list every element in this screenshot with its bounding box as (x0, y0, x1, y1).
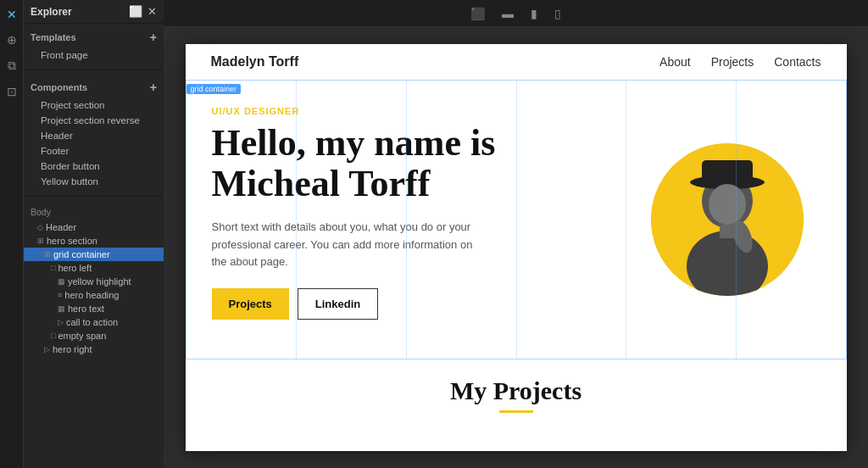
sidebar-item-yellow-button[interactable]: Yellow button (24, 174, 164, 189)
preview-nav: Madelyn Torff About Projects Contacts (186, 44, 847, 80)
svg-point-6 (709, 184, 746, 225)
tablet-portrait-icon[interactable]: ▮ (531, 7, 537, 20)
tablet-landscape-icon[interactable]: ▬ (502, 7, 514, 20)
block-icon: ▦ (58, 277, 65, 286)
monitor-icon[interactable]: ⬛ (470, 7, 485, 20)
tree-label: yellow highlight (68, 276, 131, 287)
website-preview: Madelyn Torff About Projects Contacts gr… (186, 44, 847, 451)
components-label: Components (31, 82, 87, 92)
cta-buttons: Projects Linkedin (212, 288, 617, 320)
tree-label: hero text (68, 304, 104, 314)
layers-icon[interactable]: ⧉ (5, 56, 19, 75)
tree-label: hero section (47, 236, 97, 246)
ui-ux-label: UI/UX DESIGNER (212, 106, 617, 116)
expand-icon: ▷ (44, 345, 50, 354)
tree-item-hero-left[interactable]: □ hero left (24, 261, 164, 275)
label: Project section (41, 100, 104, 110)
tree-item-hero-section[interactable]: ⊞ hero section (24, 234, 164, 248)
nav-link-projects[interactable]: Projects (711, 55, 754, 69)
hero-text: Short text with details about you, what … (212, 219, 483, 271)
sidebar-item-footer[interactable]: Footer (24, 143, 164, 159)
grid-icon: ⊞ (37, 237, 44, 245)
diamond-icon: ◇ (37, 223, 43, 231)
hero-right (634, 106, 821, 333)
tree-item-call-to-action[interactable]: ▷ call to action (24, 315, 164, 329)
grid-badge-wrapper: grid container (186, 80, 242, 98)
sidebar-divider-2 (24, 196, 164, 197)
mobile-icon[interactable]: ▯ (554, 7, 561, 20)
templates-header[interactable]: Templates + (24, 27, 164, 47)
sidebar-item-project-section-reverse[interactable]: Project section reverse (24, 113, 164, 128)
svg-rect-3 (702, 160, 753, 184)
nav-link-contacts[interactable]: Contacts (774, 55, 821, 69)
my-projects-title: My Projects (211, 376, 821, 405)
components-add-icon[interactable]: + (150, 81, 157, 94)
settings-icon[interactable]: ⊡ (4, 82, 19, 101)
templates-add-icon[interactable]: + (150, 31, 157, 44)
components-section: Components + Project section Project sec… (24, 74, 164, 192)
grid-icon-active: ⊞ (44, 250, 51, 259)
sidebar-item-project-section[interactable]: Project section (24, 98, 164, 113)
label: Footer (41, 146, 69, 156)
tree-item-empty-span[interactable]: □ empty span (24, 329, 164, 343)
nav-links: About Projects Contacts (659, 55, 821, 69)
tree-label: empty span (58, 331, 106, 341)
nav-site-name: Madelyn Torff (211, 54, 299, 70)
grid-container-badge: grid container (186, 84, 242, 94)
tree-item-yellow-highlight[interactable]: ▦ yellow highlight (24, 275, 164, 288)
sidebar-item-front-page[interactable]: Front page (24, 47, 164, 63)
svg-rect-5 (720, 225, 735, 238)
components-header[interactable]: Components + (24, 77, 164, 98)
sidebar-actions: ⬜ ✕ (129, 5, 157, 18)
tree-label: hero left (58, 263, 92, 273)
box-icon: □ (51, 264, 55, 272)
projects-button[interactable]: Projects (212, 288, 289, 320)
canvas-area: Madelyn Torff About Projects Contacts gr… (164, 27, 868, 468)
avatar-svg (651, 143, 804, 296)
main-canvas: ⬛ ▬ ▮ ▯ Madelyn Torff About Projects Con… (164, 0, 868, 468)
tree-item-hero-text[interactable]: ▦ hero text (24, 302, 164, 315)
explorer-icon[interactable]: ✕ (4, 5, 19, 24)
tree-label: hero right (53, 344, 92, 354)
templates-section: Templates + Front page (24, 24, 164, 66)
sidebar-collapse-button[interactable]: ⬜ (129, 5, 142, 18)
tree-label: hero heading (64, 290, 119, 300)
block-icon-2: ▦ (58, 304, 65, 313)
label: Project section reverse (41, 115, 140, 125)
hero-left: UI/UX DESIGNER Hello, my name is Micheal… (212, 106, 634, 333)
nav-link-about[interactable]: About (659, 55, 691, 69)
my-projects-section: My Projects (186, 359, 847, 421)
sidebar-title: Explorer (31, 6, 72, 18)
add-icon[interactable]: ⊕ (4, 31, 19, 49)
arrow-icon: ▷ (58, 318, 64, 326)
device-bar: ⬛ ▬ ▮ ▯ (164, 0, 868, 27)
label: Border button (41, 161, 100, 171)
sidebar-header: Explorer ⬜ ✕ (24, 0, 164, 24)
hero-section: grid container UI/UX DESIGNER Hello, my … (186, 80, 847, 359)
sidebar-item-header[interactable]: Header (24, 128, 164, 143)
tree-item-header[interactable]: ◇ Header (24, 220, 164, 234)
sidebar-close-button[interactable]: ✕ (147, 5, 157, 18)
tree-item-hero-heading[interactable]: ≡ hero heading (24, 288, 164, 302)
tree-item-grid-container[interactable]: ⊞ grid container (24, 248, 164, 261)
sidebar-item-border-button[interactable]: Border button (24, 159, 164, 174)
body-label: Body (24, 203, 164, 220)
sidebar-divider-1 (24, 70, 164, 70)
hero-heading: Hello, my name is Micheal Torff (212, 123, 617, 205)
tree-label: Header (46, 222, 76, 232)
text-icon: ≡ (58, 291, 62, 299)
linkedin-button[interactable]: Linkedin (298, 288, 378, 320)
my-projects-underline (499, 410, 533, 413)
box-icon-2: □ (51, 332, 55, 340)
tree-label: call to action (66, 317, 118, 327)
hero-avatar (651, 143, 804, 296)
front-page-label: Front page (41, 50, 88, 60)
sidebar: Explorer ⬜ ✕ Templates + Front page Comp… (24, 0, 164, 468)
icon-bar: ✕ ⊕ ⧉ ⊡ (0, 0, 24, 468)
tree-item-hero-right[interactable]: ▷ hero right (24, 343, 164, 356)
tree-view: Body ◇ Header ⊞ hero section ⊞ grid cont… (24, 200, 164, 468)
templates-label: Templates (31, 32, 76, 42)
label: Header (41, 131, 73, 141)
tree-label: grid container (53, 249, 110, 259)
label: Yellow button (41, 176, 98, 187)
